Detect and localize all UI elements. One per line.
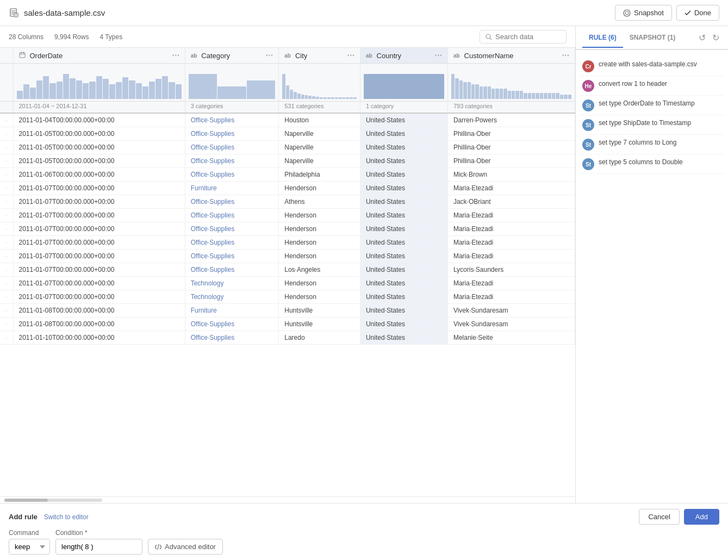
rule-item[interactable]: Crcreate with sales-data-sample.csv	[580, 57, 724, 76]
cell-category: Office·Supplies	[185, 168, 279, 182]
cell-customer-name: Vivek·Sundaresam	[447, 318, 575, 331]
cell-city: Henderson	[279, 277, 360, 290]
cell-category: Office·Supplies	[185, 318, 279, 331]
cancel-button[interactable]: Cancel	[639, 509, 679, 525]
cell-customer-name: Mick·Brown	[447, 168, 575, 182]
condition-group: Condition *	[55, 529, 142, 555]
cell-country: United·States	[360, 168, 447, 182]
right-panel-tabs: RULE (6) SNAPSHOT (1) ↺ ↻	[576, 26, 728, 50]
cell-city: Los·Angeles	[279, 263, 360, 277]
svg-point-8	[625, 11, 629, 15]
rule-item[interactable]: Stset type 5 columns to Double	[580, 154, 724, 174]
command-select[interactable]: keep delete filter	[9, 539, 50, 555]
search-box[interactable]	[480, 30, 567, 43]
col-type-ab-city: ab	[284, 53, 291, 59]
svg-rect-14	[23, 52, 24, 54]
cell-customer-name: Maria·Etezadi	[447, 222, 575, 236]
col-name-country: Country	[377, 52, 402, 60]
rows-stat: 9,994 Rows	[54, 33, 89, 41]
cell-category: Office·Supplies	[185, 113, 279, 127]
rule-text: set type 5 columns to Double	[599, 158, 683, 167]
add-rule-label: Add rule	[9, 513, 38, 521]
snapshot-button[interactable]: Snapshot	[615, 5, 672, 21]
command-group: Command keep delete filter	[9, 529, 50, 555]
add-rule-left: Add rule Switch to editor	[9, 513, 89, 521]
cell-order-date: 2011-01-07T00:00:00.000+00:00	[13, 263, 185, 277]
col-type-ab-country: ab	[366, 53, 372, 59]
col-name-category: Category	[201, 52, 230, 60]
form-row: Command keep delete filter Condition *	[9, 529, 719, 555]
cell-order-date: 2011-01-07T00:00:00.000+00:00	[13, 236, 185, 250]
condition-input[interactable]	[55, 539, 142, 555]
rule-item[interactable]: Stset type ShipDate to Timestamp	[580, 115, 724, 135]
col-name-order-date: OrderDate	[30, 52, 63, 60]
cell-country: United·States	[360, 209, 447, 222]
undo-button[interactable]: ↺	[696, 32, 708, 44]
col-header-category[interactable]: ab Category ⋯	[185, 48, 279, 64]
cell-country: United·States	[360, 277, 447, 290]
switch-editor-link[interactable]: Switch to editor	[44, 513, 89, 521]
cell-customer-name: Maria·Etezadi	[447, 209, 575, 222]
col-header-city[interactable]: ab City ⋯	[279, 48, 360, 64]
command-label: Command	[9, 529, 50, 537]
cell-category: Office·Supplies	[185, 209, 279, 222]
row-dot: ·	[0, 318, 13, 331]
col-menu-country[interactable]: ⋯	[434, 51, 442, 60]
rules-list: Crcreate with sales-data-sample.csvHecon…	[576, 50, 728, 503]
cell-city: Henderson	[279, 209, 360, 222]
row-dot: ·	[0, 113, 13, 127]
search-icon	[486, 34, 492, 40]
table-row: ·2011-01-07T00:00:00.000+00:00FurnitureH…	[0, 182, 575, 195]
rule-item[interactable]: Stset type OrderDate to Timestamp	[580, 96, 724, 115]
add-button[interactable]: Add	[684, 509, 719, 525]
cell-customer-name: Maria·Etezadi	[447, 182, 575, 195]
row-dot: ·	[0, 182, 13, 195]
col-header-order-date[interactable]: OrderDate ⋯	[13, 48, 185, 64]
cell-country: United·States	[360, 154, 447, 168]
col-menu-order-date[interactable]: ⋯	[172, 51, 179, 60]
col-menu-customer-name[interactable]: ⋯	[562, 51, 569, 60]
table-container[interactable]: OrderDate ⋯ ab Category	[0, 48, 575, 496]
range-row: 2011-01-04 ~ 2014-12-31 3 categories 531…	[0, 102, 575, 114]
col-header-customer-name[interactable]: ab CustomerName ⋯	[447, 48, 575, 64]
hist-empty	[0, 64, 13, 102]
tab-snapshot[interactable]: SNAPSHOT (1)	[623, 28, 682, 48]
top-bar: sales-data-sample.csv Snapshot Done	[0, 0, 728, 26]
advanced-editor-button[interactable]: Advanced editor	[148, 539, 223, 555]
col-header-country[interactable]: ab Country ⋯	[360, 48, 447, 64]
hist-order-date	[13, 64, 185, 102]
cell-order-date: 2011-01-04T00:00:00.000+00:00	[13, 113, 185, 127]
rule-icon: St	[582, 119, 594, 131]
rule-item[interactable]: Heconvert row 1 to header	[580, 76, 724, 96]
rule-text: set type 7 columns to Long	[599, 138, 676, 147]
cell-category: Office·Supplies	[185, 331, 279, 345]
svg-point-7	[624, 10, 630, 16]
row-dot: ·	[0, 277, 13, 290]
cell-order-date: 2011-01-07T00:00:00.000+00:00	[13, 290, 185, 304]
cell-country: United·States	[360, 113, 447, 127]
col-menu-category[interactable]: ⋯	[265, 51, 273, 60]
cell-city: Huntsville	[279, 304, 360, 318]
redo-button[interactable]: ↻	[710, 32, 721, 44]
cell-city: Henderson	[279, 222, 360, 236]
cell-city: Naperville	[279, 141, 360, 154]
table-row: ·2011-01-08T00:00:00.000+00:00Office·Sup…	[0, 318, 575, 331]
table-row: ·2011-01-05T00:00:00.000+00:00Office·Sup…	[0, 141, 575, 154]
done-button[interactable]: Done	[676, 5, 719, 21]
cell-order-date: 2011-01-07T00:00:00.000+00:00	[13, 250, 185, 263]
top-bar-right: Snapshot Done	[615, 5, 719, 21]
h-scrollbar[interactable]	[0, 496, 575, 503]
hist-customer-name	[447, 64, 575, 102]
tab-rule[interactable]: RULE (6)	[582, 28, 623, 48]
cell-country: United·States	[360, 141, 447, 154]
col-menu-city[interactable]: ⋯	[347, 51, 354, 60]
cell-order-date: 2011-01-05T00:00:00.000+00:00	[13, 141, 185, 154]
columns-stat: 28 Columns	[9, 33, 43, 41]
rule-item[interactable]: Stset type 7 columns to Long	[580, 135, 724, 154]
col-type-ab-category: ab	[191, 53, 197, 59]
row-dot: ·	[0, 154, 13, 168]
svg-rect-4	[14, 13, 18, 17]
cell-category: Office·Supplies	[185, 250, 279, 263]
search-input[interactable]	[495, 33, 561, 41]
cell-order-date: 2011-01-07T00:00:00.000+00:00	[13, 195, 185, 209]
